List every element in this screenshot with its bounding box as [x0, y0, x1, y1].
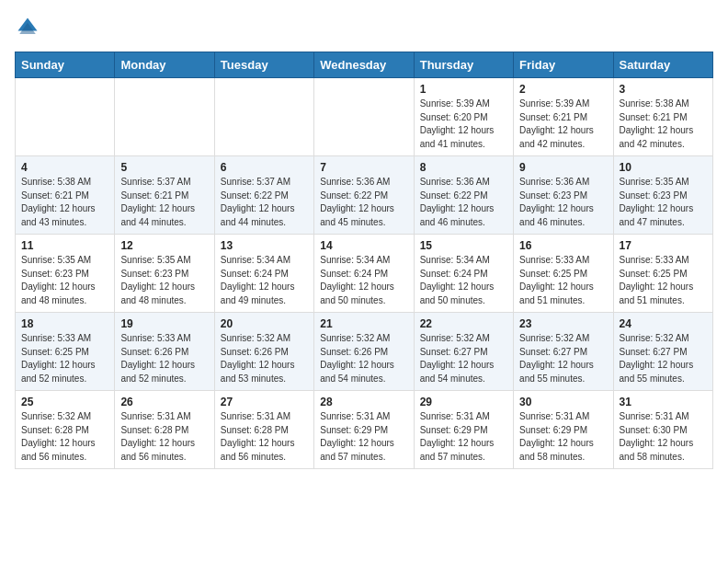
day-number: 2 — [519, 83, 607, 96]
day-number: 27 — [221, 396, 308, 408]
day-info: Sunrise: 5:33 AMSunset: 6:25 PMDaylight:… — [21, 332, 108, 385]
day-number: 24 — [620, 317, 707, 330]
calendar-day-7: 7Sunrise: 5:36 AMSunset: 6:22 PMDaylight… — [314, 156, 414, 235]
calendar-week-2: 4Sunrise: 5:38 AMSunset: 6:21 PMDaylight… — [16, 156, 713, 235]
day-number: 29 — [420, 396, 507, 408]
day-number: 3 — [620, 83, 707, 96]
day-number: 30 — [519, 396, 607, 408]
day-info: Sunrise: 5:33 AMSunset: 6:25 PMDaylight:… — [620, 254, 707, 307]
day-number: 6 — [221, 161, 308, 174]
weekday-header-tuesday: Tuesday — [214, 52, 313, 78]
day-number: 19 — [120, 317, 208, 330]
calendar-day-21: 21Sunrise: 5:32 AMSunset: 6:26 PMDayligh… — [314, 313, 414, 391]
day-number: 18 — [21, 317, 108, 330]
day-info: Sunrise: 5:34 AMSunset: 6:24 PMDaylight:… — [221, 254, 308, 307]
calendar-week-5: 25Sunrise: 5:32 AMSunset: 6:28 PMDayligh… — [16, 391, 713, 469]
calendar-day-13: 13Sunrise: 5:34 AMSunset: 6:24 PMDayligh… — [214, 235, 313, 313]
day-info: Sunrise: 5:31 AMSunset: 6:29 PMDaylight:… — [320, 410, 407, 464]
day-number: 22 — [420, 317, 507, 330]
calendar-day-11: 11Sunrise: 5:35 AMSunset: 6:23 PMDayligh… — [16, 235, 115, 313]
calendar-day-23: 23Sunrise: 5:32 AMSunset: 6:27 PMDayligh… — [514, 313, 613, 391]
day-info: Sunrise: 5:37 AMSunset: 6:21 PMDaylight:… — [120, 176, 208, 229]
calendar-day-19: 19Sunrise: 5:33 AMSunset: 6:26 PMDayligh… — [115, 313, 214, 391]
calendar-day-26: 26Sunrise: 5:31 AMSunset: 6:28 PMDayligh… — [115, 391, 214, 469]
day-info: Sunrise: 5:35 AMSunset: 6:23 PMDaylight:… — [120, 254, 208, 307]
weekday-header-sunday: Sunday — [16, 52, 115, 78]
calendar-day-28: 28Sunrise: 5:31 AMSunset: 6:29 PMDayligh… — [314, 391, 414, 469]
weekday-header-monday: Monday — [115, 52, 214, 78]
day-number: 7 — [320, 161, 407, 174]
day-info: Sunrise: 5:31 AMSunset: 6:29 PMDaylight:… — [420, 410, 507, 464]
day-info: Sunrise: 5:38 AMSunset: 6:21 PMDaylight:… — [620, 98, 707, 151]
day-number: 31 — [620, 396, 707, 408]
day-info: Sunrise: 5:32 AMSunset: 6:26 PMDaylight:… — [221, 332, 308, 385]
calendar-day-30: 30Sunrise: 5:31 AMSunset: 6:29 PMDayligh… — [514, 391, 613, 469]
day-info: Sunrise: 5:31 AMSunset: 6:28 PMDaylight:… — [120, 410, 208, 464]
calendar-day-1: 1Sunrise: 5:39 AMSunset: 6:20 PMDaylight… — [414, 78, 513, 156]
calendar-day-25: 25Sunrise: 5:32 AMSunset: 6:28 PMDayligh… — [16, 391, 115, 469]
calendar-week-1: 1Sunrise: 5:39 AMSunset: 6:20 PMDaylight… — [16, 78, 713, 156]
day-info: Sunrise: 5:31 AMSunset: 6:30 PMDaylight:… — [620, 410, 707, 464]
empty-cell — [314, 78, 414, 156]
calendar-day-3: 3Sunrise: 5:38 AMSunset: 6:21 PMDaylight… — [613, 78, 712, 156]
empty-cell — [115, 78, 214, 156]
day-info: Sunrise: 5:32 AMSunset: 6:27 PMDaylight:… — [620, 332, 707, 385]
day-number: 26 — [120, 396, 208, 408]
calendar-day-6: 6Sunrise: 5:37 AMSunset: 6:22 PMDaylight… — [214, 156, 313, 235]
calendar-day-22: 22Sunrise: 5:32 AMSunset: 6:27 PMDayligh… — [414, 313, 513, 391]
day-info: Sunrise: 5:32 AMSunset: 6:27 PMDaylight:… — [420, 332, 507, 385]
weekday-header-wednesday: Wednesday — [314, 52, 414, 78]
day-info: Sunrise: 5:38 AMSunset: 6:21 PMDaylight:… — [21, 176, 108, 229]
day-info: Sunrise: 5:32 AMSunset: 6:26 PMDaylight:… — [320, 332, 407, 385]
calendar-day-27: 27Sunrise: 5:31 AMSunset: 6:28 PMDayligh… — [214, 391, 313, 469]
weekday-header-row: SundayMondayTuesdayWednesdayThursdayFrid… — [16, 52, 713, 78]
calendar-day-18: 18Sunrise: 5:33 AMSunset: 6:25 PMDayligh… — [16, 313, 115, 391]
day-number: 15 — [420, 239, 507, 252]
day-number: 11 — [21, 239, 108, 252]
day-info: Sunrise: 5:35 AMSunset: 6:23 PMDaylight:… — [21, 254, 108, 307]
calendar-day-31: 31Sunrise: 5:31 AMSunset: 6:30 PMDayligh… — [613, 391, 712, 469]
weekday-header-thursday: Thursday — [414, 52, 513, 78]
day-info: Sunrise: 5:34 AMSunset: 6:24 PMDaylight:… — [420, 254, 507, 307]
day-number: 9 — [519, 161, 607, 174]
logo-icon — [15, 15, 40, 40]
day-number: 20 — [221, 317, 308, 330]
calendar-day-14: 14Sunrise: 5:34 AMSunset: 6:24 PMDayligh… — [314, 235, 414, 313]
day-number: 1 — [420, 83, 507, 96]
day-number: 23 — [519, 317, 607, 330]
day-info: Sunrise: 5:39 AMSunset: 6:20 PMDaylight:… — [420, 98, 507, 151]
calendar-day-29: 29Sunrise: 5:31 AMSunset: 6:29 PMDayligh… — [414, 391, 513, 469]
calendar-day-2: 2Sunrise: 5:39 AMSunset: 6:21 PMDaylight… — [514, 78, 613, 156]
day-info: Sunrise: 5:36 AMSunset: 6:22 PMDaylight:… — [420, 176, 507, 229]
day-number: 14 — [320, 239, 407, 252]
day-number: 16 — [519, 239, 607, 252]
day-info: Sunrise: 5:32 AMSunset: 6:28 PMDaylight:… — [21, 410, 108, 464]
calendar-day-12: 12Sunrise: 5:35 AMSunset: 6:23 PMDayligh… — [115, 235, 214, 313]
calendar-day-15: 15Sunrise: 5:34 AMSunset: 6:24 PMDayligh… — [414, 235, 513, 313]
day-info: Sunrise: 5:33 AMSunset: 6:26 PMDaylight:… — [120, 332, 208, 385]
calendar-day-24: 24Sunrise: 5:32 AMSunset: 6:27 PMDayligh… — [613, 313, 712, 391]
day-info: Sunrise: 5:31 AMSunset: 6:28 PMDaylight:… — [221, 410, 308, 464]
calendar-day-20: 20Sunrise: 5:32 AMSunset: 6:26 PMDayligh… — [214, 313, 313, 391]
calendar-day-17: 17Sunrise: 5:33 AMSunset: 6:25 PMDayligh… — [613, 235, 712, 313]
calendar-day-5: 5Sunrise: 5:37 AMSunset: 6:21 PMDaylight… — [115, 156, 214, 235]
calendar-week-4: 18Sunrise: 5:33 AMSunset: 6:25 PMDayligh… — [16, 313, 713, 391]
empty-cell — [214, 78, 313, 156]
day-info: Sunrise: 5:36 AMSunset: 6:22 PMDaylight:… — [320, 176, 407, 229]
day-number: 28 — [320, 396, 407, 408]
day-info: Sunrise: 5:36 AMSunset: 6:23 PMDaylight:… — [519, 176, 607, 229]
calendar-day-8: 8Sunrise: 5:36 AMSunset: 6:22 PMDaylight… — [414, 156, 513, 235]
day-info: Sunrise: 5:35 AMSunset: 6:23 PMDaylight:… — [620, 176, 707, 229]
day-number: 13 — [221, 239, 308, 252]
calendar-day-10: 10Sunrise: 5:35 AMSunset: 6:23 PMDayligh… — [613, 156, 712, 235]
calendar-table: SundayMondayTuesdayWednesdayThursdayFrid… — [15, 52, 713, 469]
weekday-header-friday: Friday — [514, 52, 613, 78]
weekday-header-saturday: Saturday — [613, 52, 712, 78]
day-info: Sunrise: 5:32 AMSunset: 6:27 PMDaylight:… — [519, 332, 607, 385]
day-number: 21 — [320, 317, 407, 330]
logo — [15, 15, 44, 40]
day-info: Sunrise: 5:31 AMSunset: 6:29 PMDaylight:… — [519, 410, 607, 464]
calendar-day-4: 4Sunrise: 5:38 AMSunset: 6:21 PMDaylight… — [16, 156, 115, 235]
day-number: 8 — [420, 161, 507, 174]
day-number: 5 — [120, 161, 208, 174]
